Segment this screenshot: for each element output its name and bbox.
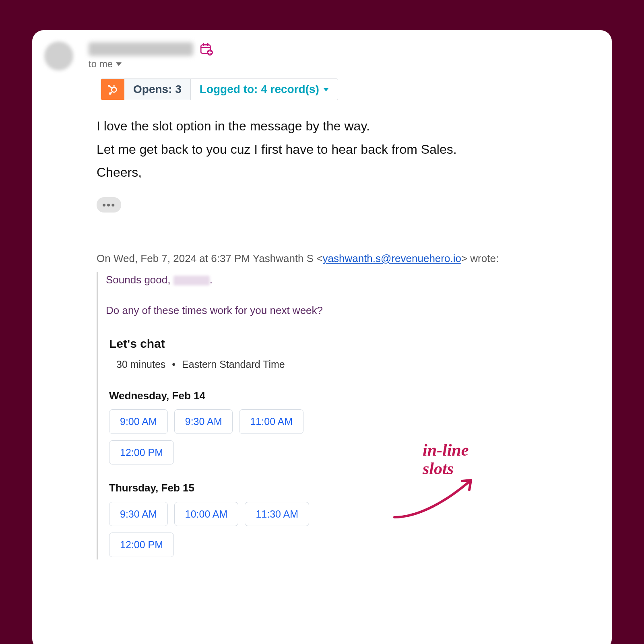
quoted-line: Sounds good, xyxy=(106,274,173,286)
email-header: to me Opens: 3 Logged to: 4 record(s) xyxy=(32,30,612,100)
time-slot-button[interactable]: 9:00 AM xyxy=(109,409,168,434)
logged-records-dropdown[interactable]: Logged to: 4 record(s) xyxy=(191,79,338,100)
slot-row: 9:00 AM 9:30 AM 11:00 AM 12:00 PM xyxy=(109,409,359,465)
quote-prefix: On Wed, Feb 7, 2024 at 6:37 PM Yashwanth… xyxy=(97,252,323,264)
chevron-down-icon xyxy=(116,62,122,66)
email-body: I love the slot option in the message by… xyxy=(32,100,612,559)
quote-intro: On Wed, Feb 7, 2024 at 6:37 PM Yashwanth… xyxy=(97,250,584,266)
hubspot-icon[interactable] xyxy=(101,79,124,100)
time-slot-button[interactable]: 9:30 AM xyxy=(109,502,168,526)
body-line: Let me get back to you cuz I first have … xyxy=(97,140,584,160)
time-slot-button[interactable]: 9:30 AM xyxy=(174,409,233,434)
scheduler-title: Let's chat xyxy=(109,334,464,353)
scheduler-meta: 30 minutes•Eastern Standard Time xyxy=(116,357,464,372)
time-slot-button[interactable]: 12:00 PM xyxy=(109,533,174,557)
email-card: to me Opens: 3 Logged to: 4 record(s) xyxy=(32,30,612,644)
hubspot-bar: Opens: 3 Logged to: 4 record(s) xyxy=(101,78,338,100)
quoted-line: . xyxy=(210,274,213,286)
quoted-email-link[interactable]: yashwanth.s@revenuehero.io xyxy=(323,252,461,264)
scheduler-duration: 30 minutes xyxy=(116,359,165,370)
time-slot-button[interactable]: 11:00 AM xyxy=(239,409,303,434)
time-slot-button[interactable]: 12:00 PM xyxy=(109,440,174,465)
quote-suffix: > wrote: xyxy=(461,252,499,264)
show-trimmed-content-button[interactable]: ••• xyxy=(97,197,121,213)
scheduler-day-group: Wednesday, Feb 14 9:00 AM 9:30 AM 11:00 … xyxy=(109,388,464,465)
avatar[interactable] xyxy=(44,41,73,70)
recipient-dropdown[interactable]: to me xyxy=(89,58,596,70)
time-slot-button[interactable]: 10:00 AM xyxy=(174,502,239,526)
sender-name[interactable] xyxy=(89,42,193,56)
recipient-label: to me xyxy=(89,58,113,70)
scheduler-timezone: Eastern Standard Time xyxy=(182,359,285,370)
svg-point-10 xyxy=(108,85,110,87)
chevron-down-icon xyxy=(323,88,329,91)
scheduler-day-group: Thursday, Feb 15 9:30 AM 10:00 AM 11:30 … xyxy=(109,480,464,557)
slot-row: 9:30 AM 10:00 AM 11:30 AM 12:00 PM xyxy=(109,502,359,557)
body-line: I love the slot option in the message by… xyxy=(97,116,584,136)
quoted-message: Sounds good, . Do any of these times wor… xyxy=(97,272,467,559)
day-label: Thursday, Feb 15 xyxy=(109,480,464,496)
logged-label: Logged to: 4 record(s) xyxy=(200,83,319,96)
redacted-name xyxy=(173,276,210,285)
time-slot-button[interactable]: 11:30 AM xyxy=(245,502,309,526)
day-label: Wednesday, Feb 14 xyxy=(109,388,464,404)
quoted-line: Do any of these times work for you next … xyxy=(106,302,467,318)
scheduler-widget: Let's chat 30 minutes•Eastern Standard T… xyxy=(106,332,467,559)
opens-count[interactable]: Opens: 3 xyxy=(124,79,191,100)
body-line: Cheers, xyxy=(97,163,584,183)
calendar-add-icon[interactable] xyxy=(200,42,213,56)
